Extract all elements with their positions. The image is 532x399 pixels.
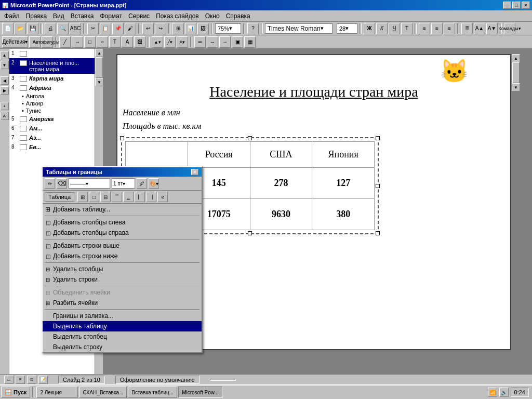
border-outer-btn[interactable]: □ bbox=[89, 192, 99, 202]
scroll-thumb[interactable] bbox=[96, 57, 103, 78]
line-color-btn[interactable]: ╱▾ bbox=[164, 36, 176, 48]
ctx-add-col-left[interactable]: ◫ Добавить столбцы слева bbox=[43, 217, 202, 228]
undo-button[interactable]: ↩ bbox=[142, 23, 154, 34]
nav-down-btn[interactable]: ▼ bbox=[1, 61, 9, 69]
fill-color-btn[interactable]: ▲▾ bbox=[152, 36, 163, 48]
3d-effect-btn[interactable]: ▦ bbox=[244, 36, 256, 48]
insert-table[interactable]: ⊞ bbox=[172, 23, 184, 34]
taskbar-item-powerpoint[interactable]: Microsoft Pow... bbox=[178, 387, 222, 398]
border-right-btn[interactable]: ▕ bbox=[146, 192, 156, 202]
nav-up-btn[interactable]: ▲ bbox=[1, 51, 9, 59]
insert-clip[interactable]: 🖼 bbox=[197, 23, 209, 34]
outline-item-4[interactable]: 4 Африка bbox=[9, 83, 95, 92]
menu-slideshow[interactable]: Показ слайдов bbox=[153, 10, 202, 21]
design-button[interactable]: Команды▾ bbox=[504, 23, 515, 34]
open-button[interactable]: 📂 bbox=[15, 23, 26, 34]
outline-item-2[interactable]: 2 Население и пло...стран мира bbox=[9, 58, 95, 74]
ctx-add-table[interactable]: ⊞ Добавить таблицу... bbox=[43, 204, 202, 215]
outline-item-3[interactable]: 3 Карта мира bbox=[9, 74, 95, 83]
outline-item-5[interactable]: 5 Америка bbox=[9, 114, 95, 124]
bold-button[interactable]: Ж bbox=[364, 23, 375, 34]
menu-window[interactable]: Окно bbox=[202, 10, 223, 21]
italic-button[interactable]: К bbox=[376, 23, 388, 34]
fill-color-btn[interactable]: 🎨▾ bbox=[149, 178, 159, 189]
ctx-add-row-above[interactable]: ◫ Добавить строки выше bbox=[43, 241, 202, 251]
print-button[interactable]: 🖨 bbox=[45, 23, 56, 34]
outline-item-8[interactable]: 8 Ев... bbox=[9, 142, 95, 152]
canvas-scrollbar[interactable]: ▲ ▼ bbox=[511, 54, 520, 91]
canvas-scroll-down[interactable]: ▼ bbox=[512, 83, 520, 91]
autoshapes-btn[interactable]: Автофигуры▾ bbox=[42, 36, 53, 48]
canvas-scroll-thumb[interactable] bbox=[512, 62, 520, 83]
dash-style-btn[interactable]: -- bbox=[207, 36, 218, 48]
arrow-btn[interactable]: → bbox=[72, 36, 83, 48]
taskbar-item-lecture[interactable]: 2 Лекция bbox=[36, 387, 78, 398]
copy-button[interactable]: 📋 bbox=[100, 23, 111, 34]
outline-item-6[interactable]: 6 Ам... bbox=[9, 124, 95, 133]
shadow-effect-btn[interactable]: ▣ bbox=[232, 36, 243, 48]
menu-format[interactable]: Формат bbox=[97, 10, 125, 21]
nav-left-btn[interactable]: ◀ bbox=[1, 76, 9, 85]
line-btn[interactable]: ╱ bbox=[59, 36, 71, 48]
expand-btn[interactable]: + bbox=[1, 102, 9, 110]
line-style-btn[interactable]: ═ bbox=[194, 36, 206, 48]
cut-button[interactable]: ✂ bbox=[87, 23, 99, 34]
textbox-btn[interactable]: T bbox=[109, 36, 121, 48]
align-center[interactable]: ≡ bbox=[431, 23, 443, 34]
menu-help[interactable]: Справка bbox=[223, 10, 254, 21]
oval-btn[interactable]: ○ bbox=[97, 36, 108, 48]
line-style-select[interactable]: ———▾ bbox=[69, 178, 110, 189]
ctx-borders-fill[interactable]: Границы и заливка... bbox=[43, 311, 202, 321]
font-dec[interactable]: A▼ bbox=[486, 23, 498, 34]
ctx-add-col-right[interactable]: ◫ Добавить столбцы справа bbox=[43, 228, 202, 238]
clip-art-btn[interactable]: 🖼 bbox=[134, 36, 145, 48]
scroll-up-btn[interactable]: ▲ bbox=[95, 49, 103, 57]
help-button[interactable]: ? bbox=[247, 23, 259, 34]
spell-button[interactable]: ABC bbox=[70, 23, 81, 34]
line-weight-select[interactable]: 1 пт▾ bbox=[112, 178, 135, 189]
start-button[interactable]: 🪟 Пуск bbox=[1, 387, 30, 398]
new-button[interactable]: 📄 bbox=[2, 23, 14, 34]
menu-service[interactable]: Сервис bbox=[125, 10, 153, 21]
table-btn[interactable]: Таблица bbox=[45, 192, 74, 202]
ctx-del-col[interactable]: ⊟ Удалить столбцы bbox=[43, 264, 202, 274]
dialog-close-btn[interactable]: × bbox=[191, 169, 198, 175]
ctx-split-cells[interactable]: ⊞ Разбить ячейки bbox=[43, 298, 202, 308]
redo-button[interactable]: ↪ bbox=[155, 23, 166, 34]
arrow-style-btn[interactable]: → bbox=[219, 36, 231, 48]
border-top-btn[interactable]: ▔ bbox=[112, 192, 122, 202]
notes-view-btn[interactable]: 📝 bbox=[38, 376, 48, 384]
slide-view-btn[interactable]: ⊡ bbox=[27, 376, 36, 384]
format-painter[interactable]: 🖌 bbox=[125, 23, 136, 34]
preview-button[interactable]: 🔍 bbox=[57, 23, 69, 34]
erase-btn[interactable]: ⌫ bbox=[57, 178, 67, 189]
border-color-btn[interactable]: 🖊 bbox=[137, 178, 147, 189]
border-bottom-btn[interactable]: ▁ bbox=[123, 192, 134, 202]
rect-btn[interactable]: □ bbox=[84, 36, 96, 48]
ctx-select-row[interactable]: Выделить строку bbox=[43, 342, 202, 352]
outline-item-1[interactable]: 1 bbox=[9, 49, 95, 58]
minimize-button[interactable]: _ bbox=[503, 2, 511, 9]
menu-insert[interactable]: Вставка bbox=[68, 10, 97, 21]
draw-table-btn[interactable]: ✏ bbox=[45, 178, 55, 189]
font-color-btn[interactable]: A▾ bbox=[177, 36, 188, 48]
ctx-select-col[interactable]: Выделить столбец bbox=[43, 331, 202, 342]
ctx-del-row[interactable]: ⊟ Удалить строки bbox=[43, 274, 202, 285]
align-right[interactable]: ≡ bbox=[444, 23, 455, 34]
close-button[interactable]: × bbox=[522, 2, 530, 9]
menu-edit[interactable]: Правка bbox=[23, 10, 50, 21]
taskbar-item-scan[interactable]: СКАН_Вставка... bbox=[79, 387, 127, 398]
normal-view-btn[interactable]: ▭ bbox=[4, 376, 14, 384]
border-all-btn[interactable]: ⊞ bbox=[77, 192, 88, 202]
collapse-btn[interactable]: A bbox=[1, 112, 9, 120]
font-inc[interactable]: A▲ bbox=[474, 23, 485, 34]
draw-menu[interactable]: Действия▾ bbox=[2, 36, 28, 48]
border-inner-btn[interactable]: ⊟ bbox=[100, 192, 111, 202]
taskbar-item-insert-table[interactable]: Вставка таблиц... bbox=[128, 387, 177, 398]
canvas-scroll-up[interactable]: ▲ bbox=[512, 54, 520, 62]
save-button[interactable]: 💾 bbox=[27, 23, 38, 34]
paste-button[interactable]: 📌 bbox=[112, 23, 124, 34]
align-left[interactable]: ≡ bbox=[419, 23, 430, 34]
menu-file[interactable]: Файл bbox=[1, 10, 23, 21]
outline-item-7[interactable]: 7 Аз... bbox=[9, 133, 95, 142]
